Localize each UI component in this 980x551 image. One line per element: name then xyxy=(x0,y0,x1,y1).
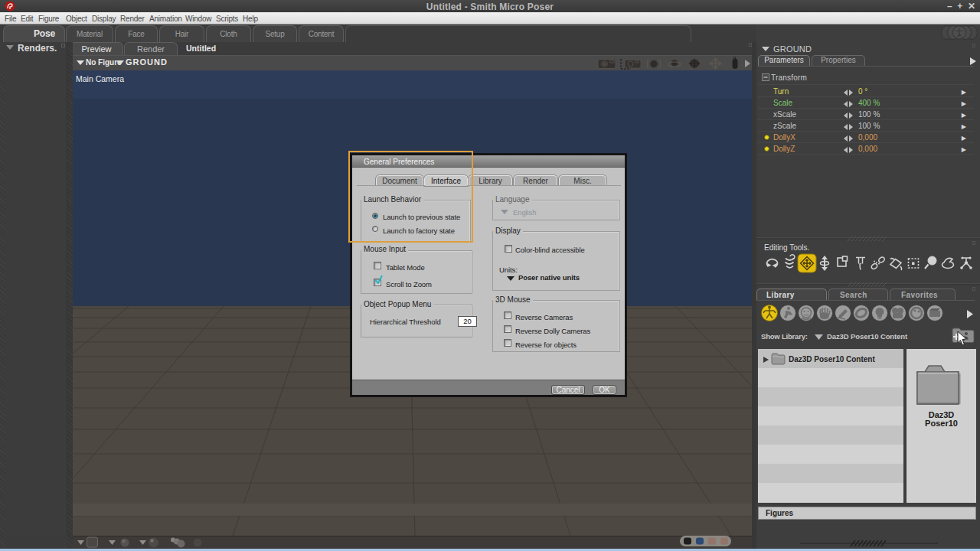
svg-text:Main Camera: Main Camera xyxy=(76,74,124,83)
